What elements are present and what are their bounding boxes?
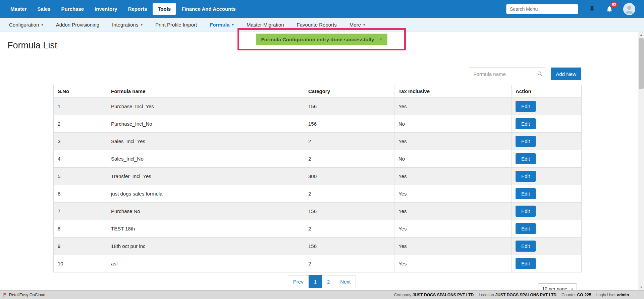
next-page-button[interactable]: Next [335,275,356,288]
add-new-button[interactable]: Add New [551,68,581,80]
edit-button[interactable]: Edit [516,153,536,164]
scroll-up-arrow[interactable]: ▲ [638,32,644,38]
avatar[interactable] [623,3,635,15]
header-sno: S.No [54,85,107,98]
cell-tax-inclusive: Yes [394,203,512,220]
header-action: Action [512,85,582,98]
cell-action: Edit [512,203,582,220]
cell-category: 156 [304,115,394,133]
cell-tax-inclusive: Yes [394,255,512,272]
sub-nav-item-print-profile-import[interactable]: Print Profile Import [149,22,203,28]
top-nav-item-reports[interactable]: Reports [123,3,152,15]
formula-table-body: 1Purchase_Incl_Yes156YesEdit2Purchase_In… [54,98,582,272]
cell-formula-name: Sales_Incl_Yes [107,133,304,150]
top-nav-item-finance-and-accounts[interactable]: Finance And Accounts [176,3,240,15]
cell-formula-name: TEST 18th [107,220,304,238]
cell-sno: 2 [54,115,107,133]
retaileasy-logo-icon [3,293,7,297]
status-bar: RetailEasy OnCloud CompanyJUST DOGS SPAL… [0,290,644,299]
edit-button[interactable]: Edit [516,136,536,147]
cell-formula-name: Transfer_Incl_Yes [107,168,304,185]
sub-nav-item-favourite-reports[interactable]: Favourite Reports [290,22,343,28]
cell-action: Edit [512,238,582,255]
sub-nav-item-label: Formula [210,22,229,28]
top-nav-item-purchase[interactable]: Purchase [56,3,89,15]
sub-nav-item-configuration[interactable]: Configuration▾ [3,22,50,28]
cell-formula-name: Purchase_Incl_No [107,115,304,133]
cell-category: 300 [304,168,394,185]
cell-sno: 1 [54,98,107,115]
sub-nav-item-integrations[interactable]: Integrations▾ [106,22,149,28]
footer-value-location: JUST DOGS SPALONS PVT LTD [495,293,556,297]
cell-tax-inclusive: No [394,150,512,168]
edit-button[interactable]: Edit [516,171,536,182]
page-button-1[interactable]: 1 [309,275,322,288]
cell-sno: 10 [54,255,107,272]
top-nav-item-sales[interactable]: Sales [32,3,55,15]
page-button-2[interactable]: 2 [322,275,335,288]
cell-sno: 9 [54,238,107,255]
cell-category: 156 [304,238,394,255]
edit-button[interactable]: Edit [516,258,536,269]
sub-nav-item-formula[interactable]: Formula▾ [203,22,240,28]
sub-nav-item-label: Favourite Reports [297,22,337,28]
top-nav-item-tools[interactable]: Tools [153,3,176,15]
cell-formula-name: asf [107,255,304,272]
table-row: 8TEST 18th2YesEdit [54,220,582,238]
table-row: 6just dogs sales formula2YesEdit [54,185,582,203]
table-row: 918th oct pur inc156YesEdit [54,238,582,255]
cell-tax-inclusive: Yes [394,238,512,255]
top-nav-item-inventory[interactable]: Inventory [90,3,122,15]
cell-action: Edit [512,255,582,272]
table-row: 2Purchase_Incl_No156NoEdit [54,115,582,133]
edit-button[interactable]: Edit [516,241,536,252]
cell-tax-inclusive: Yes [394,220,512,238]
menu-search-input[interactable] [506,4,578,14]
sub-nav-item-more[interactable]: More▾ [343,22,372,28]
prev-page-button[interactable]: Prev [288,275,309,288]
sub-nav-item-label: Integrations [112,22,138,28]
sub-nav-item-master-migration[interactable]: Master Migration [240,22,290,28]
footer-info: CompanyJUST DOGS SPALONS PVT LTDLocation… [389,293,629,297]
edit-button[interactable]: Edit [516,223,536,234]
cell-tax-inclusive: Yes [394,185,512,203]
header-formula-name: Formula name [107,85,304,98]
cell-tax-inclusive: Yes [394,98,512,115]
cell-tax-inclusive: Yes [394,133,512,150]
cell-action: Edit [512,220,582,238]
top-navbar: MasterSalesPurchaseInventoryReportsTools… [0,0,644,18]
sub-nav-item-label: Master Migration [247,22,284,28]
cell-category: 2 [304,220,394,238]
edit-button[interactable]: Edit [516,206,536,217]
sub-nav-item-label: Print Profile Import [155,22,197,28]
sub-nav-item-addon-provisioning[interactable]: Addon Provisioning [50,22,106,28]
top-nav-item-master[interactable]: Master [5,3,32,15]
scroll-down-arrow[interactable]: ▼ [638,285,644,290]
search-icon[interactable] [537,71,543,78]
cell-sno: 4 [54,150,107,168]
top-nav-items: MasterSalesPurchaseInventoryReportsTools… [5,3,241,15]
formula-search-input[interactable] [469,68,546,80]
table-row: 1Purchase_Incl_Yes156YesEdit [54,98,582,115]
scrollbar-thumb[interactable] [639,38,644,89]
cell-category: 2 [304,150,394,168]
toast-message: Formula Configuration entry done success… [261,37,374,42]
cell-sno: 6 [54,185,107,203]
list-toolbar: Add New [0,68,581,80]
cell-tax-inclusive: No [394,115,512,133]
cell-sno: 8 [54,220,107,238]
footer-brand-label: RetailEasy OnCloud [9,293,45,297]
cell-sno: 3 [54,133,107,150]
cell-category: 156 [304,203,394,220]
edit-button[interactable]: Edit [516,101,536,112]
scrollbar[interactable]: ▲ ▼ [638,32,644,290]
edit-button[interactable]: Edit [516,188,536,199]
footer-label-location: Location [479,293,494,297]
toast-close-icon[interactable]: × [379,37,382,42]
footer-label-company: Company [394,293,411,297]
pin-icon[interactable] [588,5,596,13]
edit-button[interactable]: Edit [516,118,536,129]
cell-sno: 7 [54,203,107,220]
notifications-button[interactable]: 63 [606,5,613,13]
sub-nav-item-label: Addon Provisioning [56,22,99,28]
